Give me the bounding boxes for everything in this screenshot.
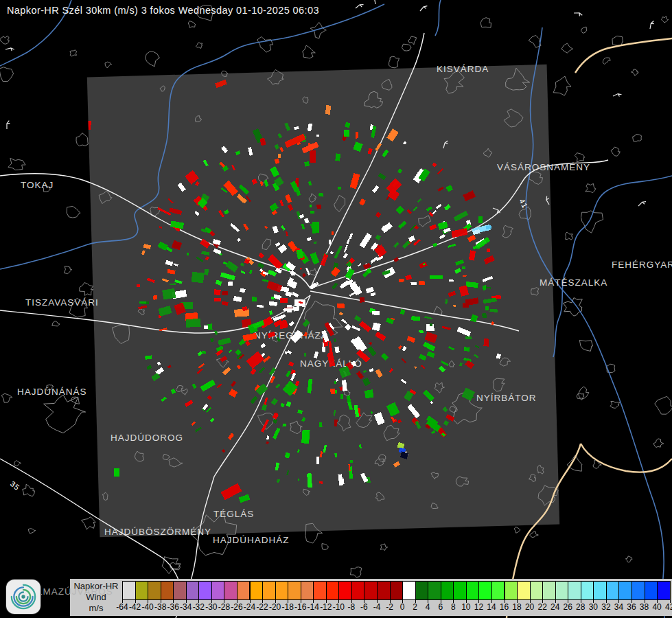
- legend-color-box: [338, 581, 352, 600]
- legend-color-box: [351, 581, 365, 600]
- legend-unit: m/s: [70, 603, 122, 614]
- legend-color-box: [402, 581, 416, 600]
- legend-tick-label: -34: [180, 602, 192, 612]
- legend-tick-label: 40: [652, 602, 661, 612]
- road-number-35: 35: [9, 479, 22, 492]
- legend-color-box: [186, 581, 200, 600]
- legend-color-box: [593, 581, 607, 600]
- legend-color-box: [466, 581, 480, 600]
- radar-map: TOKAJKISVÁRDAVÁSÁROSNAMÉNYFEHÉRGYARMATMÁ…: [0, 0, 672, 618]
- legend-color-box: [555, 581, 569, 600]
- legend-color-box: [198, 581, 212, 600]
- city-label-kisvrda: KISVÁRDA: [437, 64, 489, 74]
- legend-color-box: [135, 581, 149, 600]
- legend-color-box: [415, 581, 429, 600]
- legend-tick-label: -24: [244, 602, 255, 612]
- legend-tick-label: -32: [193, 602, 205, 612]
- legend-tick-label: 16: [500, 602, 509, 612]
- legend-tick-label: 18: [512, 602, 521, 612]
- legend-color-box: [161, 581, 174, 600]
- legend-color-box: [632, 581, 645, 600]
- legend-tick-label: -2: [386, 602, 393, 612]
- city-label-tokaj: TOKAJ: [21, 180, 54, 190]
- legend-color-box: [606, 581, 620, 600]
- legend-tick-label: 4: [426, 602, 430, 612]
- city-label-hajdhadhz: HAJDÚHADHÁZ: [213, 535, 290, 545]
- legend-color-box: [262, 581, 276, 600]
- product-title: Napkor-HR Szél 30km (m/s) 3 fokos Wednes…: [7, 5, 319, 16]
- provider-logo[interactable]: [6, 580, 40, 614]
- legend-tick-label: -42: [129, 602, 141, 612]
- legend-tick-label: -10: [333, 602, 345, 612]
- legend-color-box: [542, 581, 556, 600]
- city-label-hajdbszrmny: HAJDÚBÖSZÖRMÉNY: [104, 527, 211, 537]
- legend-tick-label: -16: [294, 602, 306, 612]
- legend-color-box: [224, 581, 237, 600]
- legend-color-box: [618, 581, 632, 600]
- legend-color-box: [275, 581, 289, 600]
- legend-tick-label: 42: [665, 602, 672, 612]
- city-label-hajdnns: HAJDÚNÁNÁS: [17, 387, 87, 397]
- legend-tick-label: 2: [413, 602, 417, 612]
- legend-color-box: [313, 581, 327, 600]
- legend-color-box: [491, 581, 505, 600]
- city-label-nyregyhza: NYÍREGYHÁZA: [254, 330, 328, 341]
- city-label-nyrbtor: NYÍRBÁTOR: [476, 393, 537, 403]
- legend-color-box: [453, 581, 467, 600]
- legend-color-box: [505, 581, 518, 600]
- legend-color-box: [390, 581, 404, 600]
- legend-tick-label: 20: [525, 602, 534, 612]
- legend-tick-label: -12: [320, 602, 332, 612]
- legend-color-box: [148, 581, 161, 600]
- city-label-vsrosnamny: VÁSÁROSNAMÉNY: [497, 162, 590, 172]
- legend-tick-label: 14: [487, 602, 496, 612]
- legend-color-box: [364, 581, 378, 600]
- city-label-tgls: TÉGLÁS: [213, 509, 254, 519]
- legend-color-box: [301, 581, 314, 600]
- legend-tick-label: 32: [601, 602, 610, 612]
- legend-tick-label: 28: [576, 602, 585, 612]
- cyclone-spiral-icon: [8, 582, 38, 612]
- legend-color-box: [237, 581, 251, 600]
- legend-tick-label: -8: [348, 602, 356, 612]
- legend-color-box: [568, 581, 581, 600]
- city-label-balmazujvaros: LMAZÚJVÁROS: [37, 586, 113, 597]
- legend-tick-label: 8: [451, 602, 456, 612]
- legend-tick-label: 22: [537, 602, 546, 612]
- legend-tick-label: -30: [205, 602, 217, 612]
- legend-tick-label: 24: [551, 602, 559, 612]
- legend-tick-label: 6: [438, 602, 443, 612]
- legend-tick-label: -38: [154, 602, 166, 612]
- legend-color-box: [478, 581, 492, 600]
- city-label-tiszavasvri: TISZAVASVÁRI: [25, 297, 99, 308]
- legend-color-box: [288, 581, 301, 600]
- legend-tick-label: -22: [256, 602, 268, 612]
- city-label-mtszalka: MÁTÉSZALKA: [540, 277, 607, 288]
- legend-tick-label: 34: [614, 602, 623, 612]
- legend-color-box: [657, 581, 671, 600]
- legend-color-box: [581, 581, 594, 600]
- legend-tick-label: 26: [564, 602, 572, 612]
- legend-color-box: [530, 581, 544, 600]
- legend-tick-label: -28: [218, 602, 230, 612]
- legend-tick-label: -14: [308, 602, 319, 612]
- legend-tick-label: 12: [474, 602, 483, 612]
- legend-color-box: [250, 581, 264, 600]
- legend-tick-label: -20: [269, 602, 281, 612]
- legend-panel: Napkor-HR Wind m/s -64-42-40-38-36-34-32…: [70, 579, 672, 616]
- legend-color-box: [377, 581, 391, 600]
- legend-tick-label: -6: [360, 602, 368, 612]
- city-label-hajddorog: HAJDÚDOROG: [111, 433, 183, 443]
- legend-tick-label: -36: [167, 602, 179, 612]
- legend-color-box: [517, 581, 531, 600]
- legend-color-box: [428, 581, 441, 600]
- legend-color-box: [122, 581, 136, 600]
- legend-color-box: [441, 581, 454, 600]
- legend-tick-label: 36: [627, 602, 636, 612]
- legend-tick-label: -26: [231, 602, 242, 612]
- legend-color-box: [645, 581, 658, 600]
- legend-tick-label: 30: [589, 602, 598, 612]
- legend-tick-label: 38: [640, 602, 649, 612]
- legend-color-box: [173, 581, 187, 600]
- legend-tick-label: -18: [281, 602, 293, 612]
